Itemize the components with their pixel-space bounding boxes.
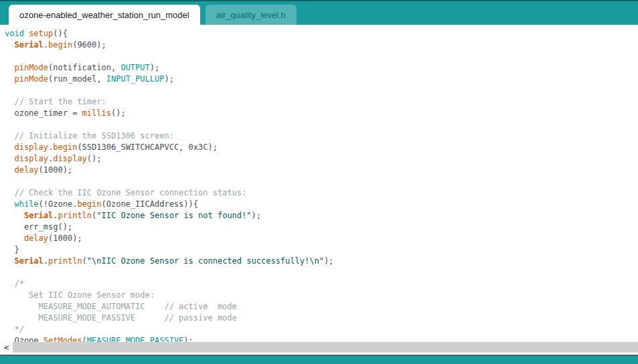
- code-line: // Initialize the SSD1306 screen:: [5, 130, 638, 142]
- editor-tab-bar: ozone-enabled_weather_station_run_model …: [0, 0, 638, 25]
- code-line: Serial.begin(9600);: [5, 39, 638, 51]
- code-line: /*: [5, 278, 638, 290]
- code-line: display.display();: [5, 153, 638, 165]
- code-line: Set IIC Ozone Sensor mode:: [5, 290, 638, 301]
- scrollbar-track[interactable]: [13, 342, 638, 353]
- tab-label: air_quality_level.h: [216, 10, 286, 20]
- tab-ozone-enabled-weather-station-run-model[interactable]: ozone-enabled_weather_station_run_model: [9, 5, 200, 25]
- chevron-left-icon: <: [3, 343, 9, 352]
- tab-air-quality-level-h[interactable]: air_quality_level.h: [206, 5, 297, 25]
- code-line: pinMode(notification, OUTPUT);: [5, 62, 638, 74]
- code-line: delay(1000);: [5, 165, 638, 176]
- code-line: }: [5, 244, 638, 256]
- horizontal-scrollbar[interactable]: <: [0, 342, 638, 353]
- code-line: */: [5, 324, 638, 335]
- code-line: [5, 267, 638, 278]
- code-line: MEASURE_MODE_AUTOMATIC // active mode: [5, 301, 638, 312]
- code-line: [5, 119, 638, 130]
- code-line: MEASURE_MODE_PASSIVE // passive mode: [5, 312, 638, 324]
- code-line: pinMode(run_model, INPUT_PULLUP);: [5, 74, 638, 85]
- code-area[interactable]: void setup(){ Serial.begin(9600); pinMod…: [0, 25, 638, 342]
- code-editor[interactable]: void setup(){ Serial.begin(9600); pinMod…: [0, 25, 638, 342]
- code-line: display.begin(SSD1306_SWITCHCAPVCC, 0x3C…: [5, 142, 638, 153]
- code-line: // Check the IIC Ozone Sensor connection…: [5, 187, 638, 199]
- code-line: void setup(){: [5, 28, 638, 39]
- code-line: [5, 51, 638, 62]
- tab-label: ozone-enabled_weather_station_run_model: [19, 10, 189, 20]
- code-line: [5, 176, 638, 187]
- scroll-left-button[interactable]: <: [0, 342, 13, 353]
- code-line: err_msg();: [5, 221, 638, 233]
- code-line: // Start the timer:: [5, 96, 638, 108]
- code-line: while(!Ozone.begin(Ozone_IICAddress)){: [5, 199, 638, 210]
- code-line: Ozone.SetModes(MEASURE_MODE_PASSIVE);: [5, 335, 638, 342]
- code-line: delay(1000);: [5, 233, 638, 244]
- code-line: ozone_timer = millis();: [5, 108, 638, 119]
- code-line: [5, 85, 638, 96]
- status-bar: [0, 355, 638, 364]
- code-line: Serial.println("\nIIC Ozone Sensor is co…: [5, 256, 638, 267]
- code-line: Serial.println("IIC Ozone Sensor is not …: [5, 210, 638, 221]
